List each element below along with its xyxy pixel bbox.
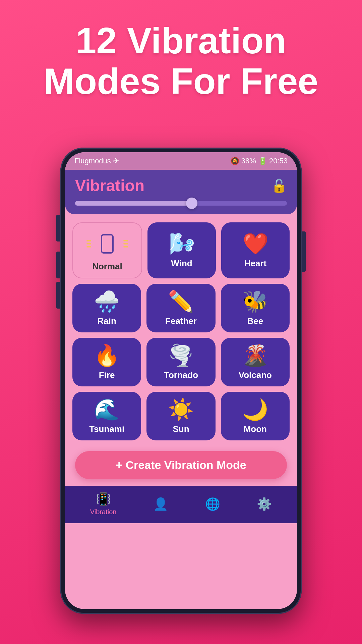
- vline: [86, 240, 91, 241]
- mode-label-tornado: Tornado: [164, 370, 198, 380]
- mode-card-tsunami[interactable]: 🌊 Tsunami: [72, 392, 141, 440]
- mode-card-volcano[interactable]: 🌋 Volcano: [221, 338, 290, 386]
- grid-row-4: 🌊 Tsunami ☀️ Sun 🌙 Moon: [72, 392, 290, 440]
- mode-card-normal[interactable]: Normal: [72, 222, 142, 278]
- mode-card-tornado[interactable]: 🌪️ Tornado: [146, 338, 215, 386]
- heart-icon: ❤️: [243, 233, 268, 254]
- mode-label-rain: Rain: [97, 316, 116, 326]
- sun-icon: ☀️: [168, 399, 194, 420]
- mode-label-normal: Normal: [92, 261, 122, 272]
- mode-card-wind[interactable]: 🌬️ Wind: [147, 222, 216, 278]
- vibration-nav-icon: 📳: [96, 492, 111, 506]
- lock-icon[interactable]: 🔓: [271, 178, 287, 193]
- mode-label-feather: Feather: [165, 316, 197, 326]
- vibration-nav-label: Vibration: [90, 508, 117, 516]
- wind-icon: 🌬️: [169, 233, 195, 254]
- mode-card-sun[interactable]: ☀️ Sun: [146, 392, 215, 440]
- mode-label-fire: Fire: [99, 370, 115, 380]
- mode-card-feather[interactable]: ✏️ Feather: [146, 284, 215, 332]
- mode-card-heart[interactable]: ❤️ Heart: [221, 222, 290, 278]
- nav-item-settings[interactable]: ⚙️: [257, 497, 272, 511]
- nav-item-profile[interactable]: 👤: [153, 497, 168, 511]
- mode-label-moon: Moon: [244, 424, 267, 434]
- nav-item-vibration[interactable]: 📳 Vibration: [90, 492, 117, 516]
- mode-label-heart: Heart: [244, 258, 266, 269]
- create-btn-wrap: + Create Vibration Mode: [65, 448, 297, 486]
- settings-nav-icon: ⚙️: [257, 497, 272, 511]
- status-bar: Flugmodus ✈ 🔕 38% 🔋 20:53: [65, 152, 297, 170]
- vline: [86, 247, 91, 248]
- mode-label-tsunami: Tsunami: [89, 424, 124, 434]
- mode-label-volcano: Volcano: [239, 370, 272, 380]
- mode-label-sun: Sun: [173, 424, 189, 434]
- vibrate-lines-right: [123, 240, 128, 248]
- bottom-nav: 📳 Vibration 👤 🌐 ⚙️: [65, 486, 297, 523]
- mode-card-rain[interactable]: 🌧️ Rain: [72, 284, 141, 332]
- grid-row-3: 🔥 Fire 🌪️ Tornado 🌋 Volcano: [72, 338, 290, 386]
- intensity-slider[interactable]: [75, 201, 287, 206]
- vline: [123, 240, 128, 241]
- vibrate-lines-left: [86, 240, 91, 248]
- bee-icon: 🐝: [242, 291, 268, 312]
- app-title-row: Vibration 🔓: [75, 176, 287, 195]
- app-header: Vibration 🔓: [65, 170, 297, 214]
- mode-label-wind: Wind: [171, 258, 192, 269]
- mode-card-bee[interactable]: 🐝 Bee: [221, 284, 290, 332]
- headline: 12 Vibration Modes For Free: [0, 0, 362, 111]
- slider-thumb[interactable]: [186, 198, 197, 209]
- mode-label-bee: Bee: [247, 316, 263, 326]
- profile-nav-icon: 👤: [153, 497, 168, 511]
- create-vibration-button[interactable]: + Create Vibration Mode: [75, 451, 287, 479]
- grid-row-1: Normal 🌬️ Wind ❤️ Heart: [72, 222, 290, 278]
- mode-card-fire[interactable]: 🔥 Fire: [72, 338, 141, 386]
- moon-icon: 🌙: [242, 399, 268, 420]
- tsunami-icon: 🌊: [94, 399, 120, 420]
- vline: [123, 247, 128, 248]
- phone-screen: Flugmodus ✈ 🔕 38% 🔋 20:53 Vibration 🔓: [65, 152, 297, 609]
- volcano-icon: 🌋: [242, 345, 268, 366]
- mode-card-moon[interactable]: 🌙 Moon: [221, 392, 290, 440]
- vline: [123, 244, 128, 245]
- feather-icon: ✏️: [168, 291, 194, 312]
- globe-nav-icon: 🌐: [205, 497, 220, 511]
- app-title: Vibration: [75, 176, 144, 195]
- vline: [86, 244, 91, 245]
- fire-icon: 🔥: [94, 345, 120, 366]
- phone-shell: Flugmodus ✈ 🔕 38% 🔋 20:53 Vibration 🔓: [60, 148, 302, 614]
- normal-icon: [94, 230, 121, 257]
- mode-grid: Normal 🌬️ Wind ❤️ Heart 🌧️ Rain: [65, 214, 297, 448]
- nav-item-globe[interactable]: 🌐: [205, 497, 220, 511]
- tornado-icon: 🌪️: [168, 345, 194, 366]
- status-right: 🔕 38% 🔋 20:53: [230, 157, 288, 165]
- rain-icon: 🌧️: [94, 291, 120, 312]
- slider-fill: [75, 201, 192, 206]
- grid-row-2: 🌧️ Rain ✏️ Feather 🐝 Bee: [72, 284, 290, 332]
- status-left: Flugmodus ✈: [74, 157, 119, 165]
- phone-outline: [101, 234, 114, 254]
